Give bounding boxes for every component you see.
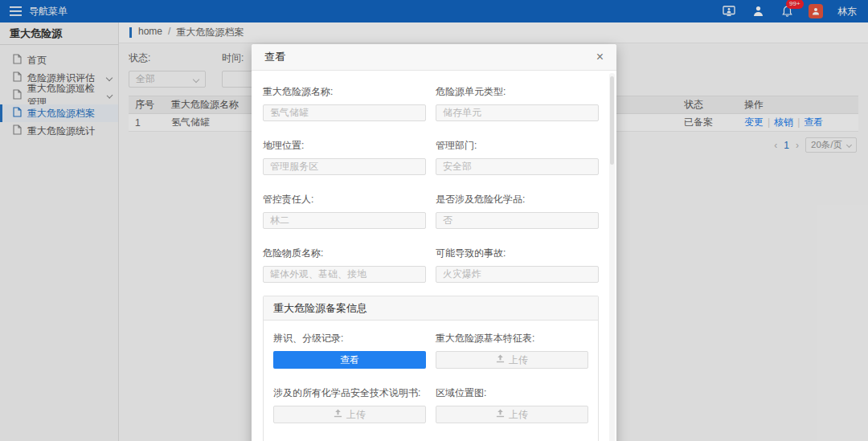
field-input-hazard-name[interactable] [263, 104, 426, 121]
modal-scrollbar-thumb[interactable] [610, 76, 614, 165]
modal-body: 重大危险源名称: 危险源单元类型: 地理位置: 管理部门: 管控责任人: [252, 71, 616, 441]
upload-area-map-button[interactable]: 上传 [436, 406, 588, 423]
field-input-location[interactable] [263, 158, 426, 175]
close-icon[interactable]: × [596, 51, 604, 63]
view-record-button[interactable]: 查看 [273, 351, 426, 369]
upload-icon [496, 354, 505, 365]
upload-feature-table-button[interactable]: 上传 [436, 351, 588, 369]
doc-label-msds: 涉及的所有化学品安全技术说明书: [273, 386, 426, 400]
field-input-responsible-person[interactable] [263, 212, 426, 229]
upload-button-label: 上传 [346, 408, 366, 422]
field-input-involves-chemicals[interactable] [436, 212, 599, 229]
field-input-substance-name[interactable] [263, 266, 426, 283]
field-label-unit-type: 危险源单元类型: [436, 85, 599, 99]
upload-icon [496, 409, 505, 420]
doc-label-area-map: 区域位置图: [436, 386, 588, 400]
view-modal: 查看 × 重大危险源名称: 危险源单元类型: 地理位置: 管理部门: [252, 44, 616, 441]
upload-icon [334, 409, 342, 420]
field-input-unit-type[interactable] [436, 104, 599, 121]
doc-label-feature-table: 重大危险源基本特征表: [436, 332, 588, 345]
upload-button-label: 上传 [509, 408, 528, 422]
filing-info-section: 重大危险源备案信息 辨识、分级记录: 查看 重大危险源基本特征表: 上传 [263, 296, 599, 441]
field-input-department[interactable] [436, 158, 599, 175]
doc-label-grading-record: 辨识、分级记录: [273, 332, 426, 345]
field-label-department: 管理部门: [436, 139, 599, 153]
field-label-involves-chemicals: 是否涉及危险化学品: [436, 193, 599, 206]
field-label-possible-accident: 可能导致的事故: [436, 247, 599, 260]
field-label-hazard-name: 重大危险源名称: [263, 85, 426, 99]
modal-title: 查看 [264, 50, 285, 64]
modal-header: 查看 × [252, 44, 616, 71]
field-label-responsible-person: 管控责任人: [263, 193, 426, 206]
upload-msds-button[interactable]: 上传 [273, 406, 426, 423]
modal-scrollbar[interactable] [609, 73, 615, 441]
upload-button-label: 上传 [509, 353, 528, 367]
field-label-location: 地理位置: [263, 139, 426, 153]
section-title: 重大危险源备案信息 [264, 296, 598, 321]
field-label-substance-name: 危险物质名称: [263, 247, 426, 260]
field-input-possible-accident[interactable] [436, 266, 599, 283]
